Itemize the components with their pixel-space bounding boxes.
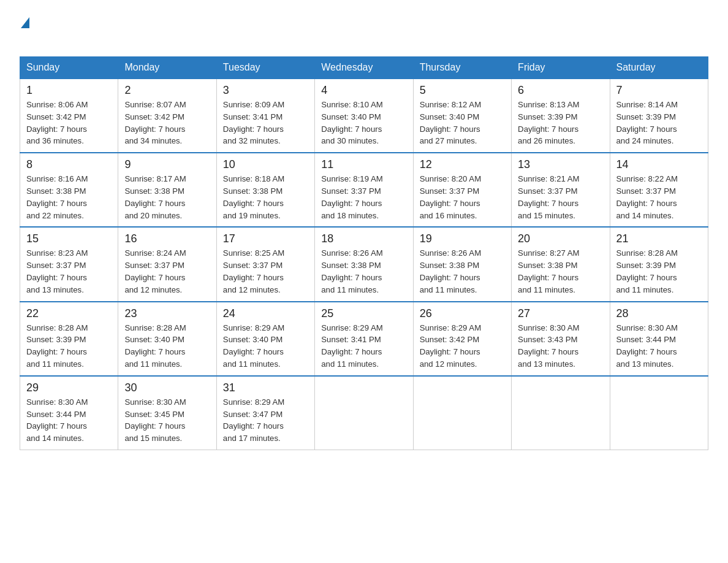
- day-info: Sunrise: 8:21 AMSunset: 3:37 PMDaylight:…: [518, 173, 603, 221]
- sunrise-text: Sunrise: 8:19 AM: [321, 173, 406, 185]
- week-row-3: 15Sunrise: 8:23 AMSunset: 3:37 PMDayligh…: [20, 227, 708, 301]
- day-number: 12: [420, 158, 505, 171]
- day-cell-24: 24Sunrise: 8:29 AMSunset: 3:40 PMDayligh…: [216, 302, 314, 376]
- day-number: 22: [26, 307, 112, 320]
- daylight-text-1: Daylight: 7 hours: [26, 346, 112, 358]
- day-info: Sunrise: 8:17 AMSunset: 3:38 PMDaylight:…: [124, 173, 210, 221]
- day-info: Sunrise: 8:07 AMSunset: 3:42 PMDaylight:…: [124, 99, 210, 147]
- daylight-text-2: and 22 minutes.: [26, 210, 112, 222]
- col-header-monday: Monday: [118, 57, 216, 79]
- sunset-text: Sunset: 3:38 PM: [26, 185, 112, 197]
- sunset-text: Sunset: 3:41 PM: [223, 111, 308, 123]
- day-info: Sunrise: 8:25 AMSunset: 3:37 PMDaylight:…: [223, 247, 308, 296]
- daylight-text-1: Daylight: 7 hours: [518, 197, 603, 210]
- daylight-text-1: Daylight: 7 hours: [124, 123, 210, 136]
- sunrise-text: Sunrise: 8:12 AM: [420, 99, 505, 111]
- day-number: 10: [223, 158, 308, 171]
- day-cell-14: 14Sunrise: 8:22 AMSunset: 3:37 PMDayligh…: [610, 153, 708, 227]
- daylight-text-2: and 19 minutes.: [223, 210, 308, 222]
- daylight-text-1: Daylight: 7 hours: [420, 346, 505, 358]
- sunrise-text: Sunrise: 8:22 AM: [616, 173, 702, 185]
- daylight-text-2: and 15 minutes.: [124, 432, 210, 445]
- sunset-text: Sunset: 3:40 PM: [321, 111, 406, 123]
- daylight-text-2: and 11 minutes.: [616, 284, 702, 296]
- sunset-text: Sunset: 3:37 PM: [124, 259, 210, 272]
- daylight-text-1: Daylight: 7 hours: [420, 123, 505, 136]
- sunset-text: Sunset: 3:42 PM: [26, 111, 112, 123]
- daylight-text-1: Daylight: 7 hours: [616, 197, 702, 210]
- day-number: 7: [616, 84, 702, 97]
- daylight-text-1: Daylight: 7 hours: [321, 346, 406, 358]
- day-cell-2: 2Sunrise: 8:07 AMSunset: 3:42 PMDaylight…: [118, 79, 216, 153]
- day-info: Sunrise: 8:10 AMSunset: 3:40 PMDaylight:…: [321, 99, 406, 147]
- sunrise-text: Sunrise: 8:29 AM: [420, 322, 505, 334]
- daylight-text-2: and 36 minutes.: [26, 135, 112, 147]
- col-header-friday: Friday: [512, 57, 610, 79]
- daylight-text-2: and 26 minutes.: [518, 135, 603, 147]
- day-info: Sunrise: 8:29 AMSunset: 3:40 PMDaylight:…: [223, 322, 308, 370]
- day-number: 18: [321, 232, 406, 245]
- day-info: Sunrise: 8:28 AMSunset: 3:40 PMDaylight:…: [124, 322, 210, 370]
- day-info: Sunrise: 8:16 AMSunset: 3:38 PMDaylight:…: [26, 173, 112, 221]
- day-info: Sunrise: 8:28 AMSunset: 3:39 PMDaylight:…: [616, 247, 702, 296]
- day-cell-29: 29Sunrise: 8:30 AMSunset: 3:44 PMDayligh…: [20, 376, 118, 450]
- sunset-text: Sunset: 3:38 PM: [518, 259, 603, 272]
- daylight-text-2: and 12 minutes.: [420, 358, 505, 370]
- day-number: 8: [26, 158, 112, 171]
- day-number: 26: [420, 307, 505, 320]
- col-header-thursday: Thursday: [413, 57, 511, 79]
- daylight-text-1: Daylight: 7 hours: [124, 197, 210, 210]
- day-cell-19: 19Sunrise: 8:26 AMSunset: 3:38 PMDayligh…: [413, 227, 511, 301]
- daylight-text-2: and 15 minutes.: [518, 210, 603, 222]
- sunset-text: Sunset: 3:40 PM: [420, 111, 505, 123]
- sunset-text: Sunset: 3:37 PM: [616, 185, 702, 197]
- daylight-text-1: Daylight: 7 hours: [616, 346, 702, 358]
- daylight-text-2: and 12 minutes.: [223, 284, 308, 296]
- daylight-text-2: and 11 minutes.: [321, 284, 406, 296]
- day-number: 25: [321, 307, 406, 320]
- day-cell-22: 22Sunrise: 8:28 AMSunset: 3:39 PMDayligh…: [20, 302, 118, 376]
- daylight-text-2: and 24 minutes.: [616, 135, 702, 147]
- day-number: 17: [223, 232, 308, 245]
- day-number: 24: [223, 307, 308, 320]
- day-cell-21: 21Sunrise: 8:28 AMSunset: 3:39 PMDayligh…: [610, 227, 708, 301]
- sunrise-text: Sunrise: 8:06 AM: [26, 99, 112, 111]
- sunrise-text: Sunrise: 8:10 AM: [321, 99, 406, 111]
- sunrise-text: Sunrise: 8:16 AM: [26, 173, 112, 185]
- daylight-text-2: and 11 minutes.: [321, 358, 406, 370]
- logo: [20, 15, 29, 50]
- day-cell-30: 30Sunrise: 8:30 AMSunset: 3:45 PMDayligh…: [118, 376, 216, 450]
- day-info: Sunrise: 8:18 AMSunset: 3:38 PMDaylight:…: [223, 173, 308, 221]
- day-number: 13: [518, 158, 603, 171]
- daylight-text-2: and 34 minutes.: [124, 135, 210, 147]
- sunrise-text: Sunrise: 8:14 AM: [616, 99, 702, 111]
- header: [20, 15, 708, 50]
- sunset-text: Sunset: 3:45 PM: [124, 408, 210, 421]
- sunrise-text: Sunrise: 8:28 AM: [124, 322, 210, 334]
- day-cell-27: 27Sunrise: 8:30 AMSunset: 3:43 PMDayligh…: [512, 302, 610, 376]
- sunrise-text: Sunrise: 8:28 AM: [26, 322, 112, 334]
- day-number: 15: [26, 232, 112, 245]
- day-info: Sunrise: 8:30 AMSunset: 3:45 PMDaylight:…: [124, 396, 210, 445]
- daylight-text-1: Daylight: 7 hours: [124, 420, 210, 432]
- sunrise-text: Sunrise: 8:09 AM: [223, 99, 308, 111]
- day-number: 19: [420, 232, 505, 245]
- day-number: 31: [223, 381, 308, 394]
- sunset-text: Sunset: 3:42 PM: [124, 111, 210, 123]
- day-info: Sunrise: 8:09 AMSunset: 3:41 PMDaylight:…: [223, 99, 308, 147]
- daylight-text-2: and 11 minutes.: [124, 358, 210, 370]
- day-cell-13: 13Sunrise: 8:21 AMSunset: 3:37 PMDayligh…: [512, 153, 610, 227]
- daylight-text-1: Daylight: 7 hours: [616, 272, 702, 284]
- sunset-text: Sunset: 3:47 PM: [223, 408, 308, 421]
- day-number: 4: [321, 84, 406, 97]
- sunset-text: Sunset: 3:37 PM: [321, 185, 406, 197]
- sunrise-text: Sunrise: 8:30 AM: [616, 322, 702, 334]
- day-cell-20: 20Sunrise: 8:27 AMSunset: 3:38 PMDayligh…: [512, 227, 610, 301]
- daylight-text-2: and 13 minutes.: [26, 284, 112, 296]
- day-number: 29: [26, 381, 112, 394]
- calendar-header-row: SundayMondayTuesdayWednesdayThursdayFrid…: [20, 57, 708, 79]
- sunset-text: Sunset: 3:37 PM: [223, 259, 308, 272]
- daylight-text-2: and 11 minutes.: [26, 358, 112, 370]
- daylight-text-2: and 11 minutes.: [420, 284, 505, 296]
- sunrise-text: Sunrise: 8:21 AM: [518, 173, 603, 185]
